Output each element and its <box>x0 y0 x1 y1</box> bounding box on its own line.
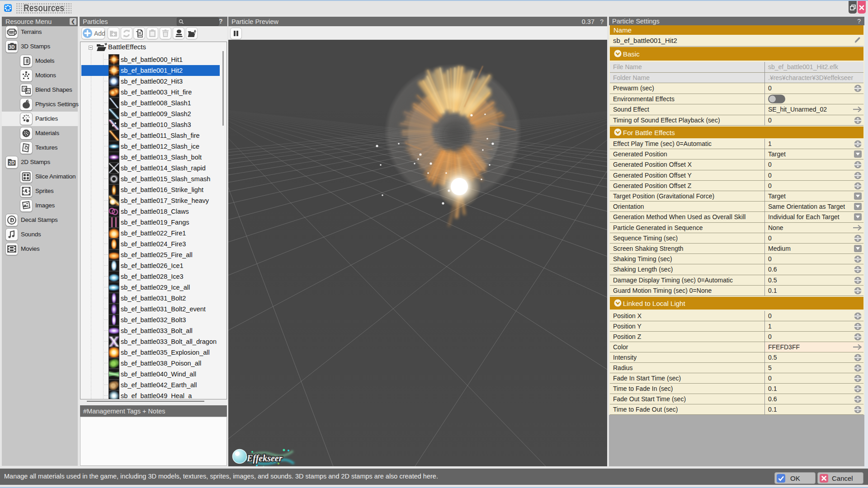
svg-text:3D: 3D <box>9 45 15 50</box>
svg-text:Effekseer: Effekseer <box>246 453 283 464</box>
svg-text:2D: 2D <box>9 160 15 165</box>
